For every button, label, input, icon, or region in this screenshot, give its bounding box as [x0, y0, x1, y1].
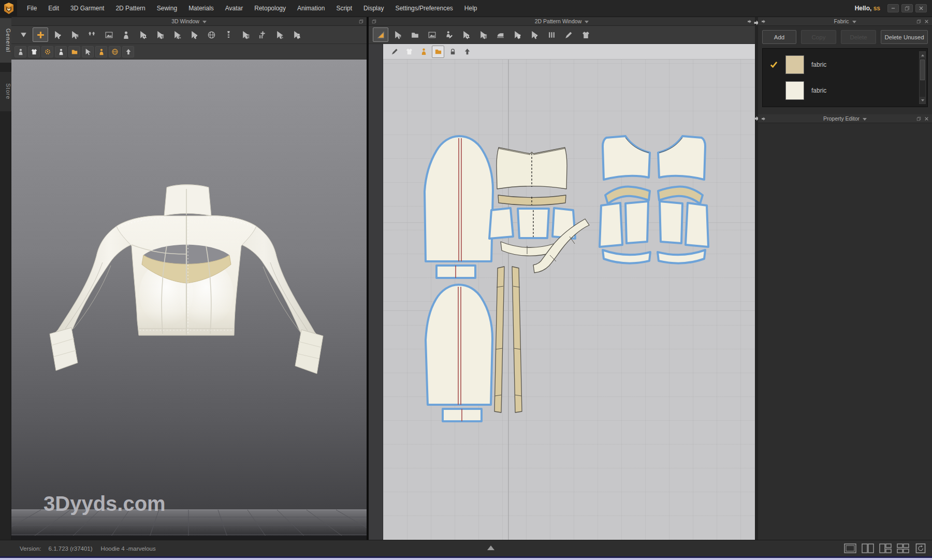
- menu-2d-pattern[interactable]: 2D Pattern: [110, 0, 151, 17]
- zipper-tool[interactable]: [221, 27, 236, 42]
- layout-four-pane-button[interactable]: [897, 543, 909, 553]
- edit-texture-tool[interactable]: [441, 27, 457, 42]
- show-fabric-toggle[interactable]: [68, 46, 80, 57]
- pleats-tool[interactable]: [544, 27, 559, 42]
- dock-arrow-icon[interactable]: [761, 116, 766, 121]
- dock-arrow-icon[interactable]: [761, 19, 766, 24]
- chevron-down-icon[interactable]: [585, 21, 589, 23]
- tab-general[interactable]: General: [0, 18, 11, 63]
- needle-toggle[interactable]: [388, 46, 401, 58]
- select-garment-tool[interactable]: [509, 27, 525, 42]
- show-mesh-toggle[interactable]: [41, 46, 53, 57]
- fabric-list-item[interactable]: fabric: [763, 78, 927, 104]
- chevron-down-icon[interactable]: [863, 118, 867, 121]
- pattern-piece-strip-left[interactable]: [494, 267, 504, 412]
- menu-sewing[interactable]: Sewing: [151, 0, 183, 17]
- sewing-edit-tool[interactable]: [527, 27, 542, 42]
- chevron-down-icon[interactable]: [202, 21, 207, 23]
- menu-edit[interactable]: Edit: [42, 0, 65, 17]
- avatar-silhouette-toggle[interactable]: [417, 46, 430, 58]
- reset-arrangement-tool[interactable]: [101, 27, 116, 42]
- menu-settings-preferences[interactable]: Settings/Preferences: [389, 0, 458, 17]
- undock-icon[interactable]: [372, 19, 376, 24]
- raise-pattern-toggle[interactable]: [461, 46, 473, 58]
- pin-spread-tool[interactable]: [255, 27, 270, 42]
- avatar-display-tool[interactable]: [118, 27, 134, 42]
- pattern-piece-bottom-arc-right[interactable]: [658, 250, 705, 263]
- 3d-viewport[interactable]: 3Dyyds.com: [11, 60, 367, 540]
- show-pointer-toggle[interactable]: [82, 46, 94, 57]
- 2d-canvas[interactable]: .pb { fill:#f3f0e2; stroke:#6ea3d8; stro…: [383, 44, 755, 540]
- restore-button[interactable]: [901, 4, 913, 12]
- simulate-tool[interactable]: [16, 27, 31, 42]
- edit-pattern-tool[interactable]: [390, 27, 405, 42]
- undock-icon[interactable]: [916, 116, 921, 121]
- shirt-toggle[interactable]: [403, 46, 415, 58]
- pattern-piece-lower-panel-4[interactable]: [686, 203, 708, 247]
- button-tool[interactable]: [203, 27, 219, 42]
- collapse-right-icon[interactable]: [747, 19, 752, 24]
- pattern-piece-sleeve-lower[interactable]: [426, 285, 492, 405]
- fabric-list-item[interactable]: fabric: [763, 52, 927, 78]
- app-logo[interactable]: [0, 0, 17, 17]
- grid-tool-2d[interactable]: [475, 27, 491, 42]
- undock-icon[interactable]: [359, 19, 363, 24]
- pattern-piece-front-right-top[interactable]: [658, 136, 705, 180]
- chevron-down-icon[interactable]: [852, 21, 856, 23]
- show-avatar-toggle[interactable]: [14, 46, 26, 57]
- walk-avatar-tool[interactable]: [289, 27, 304, 42]
- pattern-piece-sleeve-upper[interactable]: [425, 136, 493, 261]
- stitch-tool[interactable]: [186, 27, 202, 42]
- pattern-piece-panel-left[interactable]: [489, 208, 513, 239]
- select-mesh-tool[interactable]: [50, 27, 65, 42]
- flattening-tool[interactable]: [238, 27, 253, 42]
- menu-help[interactable]: Help: [459, 0, 483, 17]
- fabric-swatch[interactable]: [785, 55, 804, 74]
- show-garment-toggle[interactable]: [28, 46, 40, 57]
- 2d-right-splitter[interactable]: [755, 17, 758, 540]
- property-editor-titlebar[interactable]: Property Editor: [758, 114, 932, 123]
- menu-retopology[interactable]: Retopology: [249, 0, 292, 17]
- select-move-tool[interactable]: [33, 27, 48, 42]
- fabric-view-toggle[interactable]: [432, 46, 444, 58]
- fabric-scrollbar[interactable]: [919, 51, 926, 104]
- steam-iron-tool[interactable]: [492, 27, 508, 42]
- menu-3d-garment[interactable]: 3D Garment: [65, 0, 110, 17]
- fabric-panel-titlebar[interactable]: Fabric: [758, 17, 932, 26]
- layout-three-pane-button[interactable]: [879, 543, 892, 553]
- pattern-piece-waistband[interactable]: [498, 195, 566, 205]
- 3d-window-titlebar[interactable]: 3D Window: [11, 17, 367, 26]
- show-globe-toggle[interactable]: [109, 46, 121, 57]
- show-head-toggle[interactable]: [95, 46, 107, 57]
- delete-unused-button[interactable]: Delete Unused: [881, 30, 928, 44]
- pattern-piece-cuff-1[interactable]: [436, 266, 475, 278]
- layout-reset-button[interactable]: [914, 543, 927, 553]
- pattern-piece-lower-panel-1[interactable]: [600, 203, 622, 247]
- pattern-piece-front-left-top[interactable]: [603, 136, 650, 180]
- raise-garment-toggle[interactable]: [122, 46, 134, 57]
- scissors-tool[interactable]: [169, 27, 185, 42]
- show-garment-2d-tool[interactable]: [578, 27, 593, 42]
- tab-store[interactable]: Store: [0, 72, 11, 111]
- pattern-piece-lower-panel-2[interactable]: [625, 201, 648, 243]
- lock-pattern-toggle[interactable]: [446, 46, 459, 58]
- scroll-down-button[interactable]: [920, 97, 925, 104]
- pattern-piece-lower-panel-3[interactable]: [660, 201, 682, 243]
- scroll-thumb[interactable]: [920, 60, 925, 80]
- scroll-up-button[interactable]: [920, 52, 925, 58]
- pattern-piece-panel-center[interactable]: [518, 209, 549, 238]
- layout-two-pane-button[interactable]: [862, 543, 874, 553]
- edit-sewing-tool[interactable]: [458, 27, 474, 42]
- close-button[interactable]: [915, 4, 927, 12]
- sewing-tool[interactable]: [135, 27, 151, 42]
- pattern-piece-cuff-2[interactable]: [443, 409, 482, 421]
- menu-materials[interactable]: Materials: [183, 0, 220, 17]
- fold-arrangement-tool[interactable]: [84, 27, 99, 42]
- mesh-grid-tool[interactable]: [152, 27, 168, 42]
- menu-script[interactable]: Script: [330, 0, 358, 17]
- trace-tool[interactable]: [424, 27, 440, 42]
- undock-icon[interactable]: [916, 19, 921, 24]
- show-figure-toggle[interactable]: [55, 46, 67, 57]
- add-fabric-button[interactable]: Add: [762, 30, 796, 44]
- pattern-piece-strip-right[interactable]: [512, 267, 522, 412]
